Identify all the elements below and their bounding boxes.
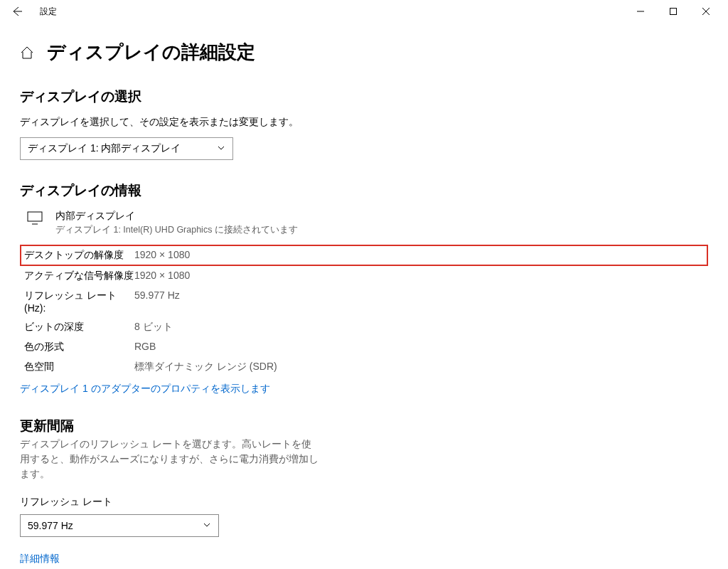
refresh-heading: 更新間隔 [20, 417, 708, 435]
minimize-icon [637, 8, 644, 15]
chevron-down-icon [203, 520, 211, 531]
desktop-resolution-value: 1920 × 1080 [134, 249, 190, 262]
color-space-row: 色空間 標準ダイナミック レンジ (SDR) [20, 357, 708, 377]
refresh-section: 更新間隔 ディスプレイのリフレッシュ レートを選びます。高いレートを使用すると、… [20, 417, 708, 565]
bit-depth-row: ビットの深度 8 ビット [20, 317, 708, 337]
refresh-rate-field-label: リフレッシュ レート [20, 496, 708, 509]
color-space-value: 標準ダイナミック レンジ (SDR) [134, 361, 277, 373]
close-icon [702, 8, 710, 15]
color-format-row: 色の形式 RGB [20, 337, 708, 357]
bit-depth-label: ビットの深度 [24, 321, 134, 334]
page-title: ディスプレイの詳細設定 [47, 40, 255, 65]
titlebar: 設定 [0, 0, 728, 23]
maximize-button[interactable] [657, 0, 690, 23]
select-display-section: ディスプレイの選択 ディスプレイを選択して、その設定を表示または変更します。 デ… [20, 87, 708, 160]
monitor-icon [27, 211, 43, 228]
active-resolution-row: アクティブな信号解像度 1920 × 1080 [20, 266, 708, 286]
refresh-rate-row: リフレッシュ レート (Hz): 59.977 Hz [20, 286, 708, 317]
refresh-rate-dropdown[interactable]: 59.977 Hz [20, 514, 219, 537]
svg-rect-1 [28, 212, 42, 221]
refresh-rate-label: リフレッシュ レート (Hz): [24, 289, 134, 314]
close-button[interactable] [690, 0, 722, 23]
chevron-down-icon [217, 143, 225, 154]
display-name: 内部ディスプレイ [55, 210, 298, 223]
display-select-value: ディスプレイ 1: 内部ディスプレイ [28, 142, 181, 155]
page-header: ディスプレイの詳細設定 [20, 40, 708, 65]
color-format-value: RGB [134, 341, 156, 353]
color-space-label: 色空間 [24, 361, 134, 373]
display-info-section: ディスプレイの情報 内部ディスプレイ ディスプレイ 1: Intel(R) UH… [20, 181, 708, 395]
active-resolution-value: 1920 × 1080 [134, 270, 190, 282]
desktop-resolution-row: デスクトップの解像度 1920 × 1080 [20, 245, 708, 266]
active-resolution-label: アクティブな信号解像度 [24, 270, 134, 282]
arrow-left-icon [11, 6, 23, 17]
back-button[interactable] [6, 0, 28, 23]
minimize-button[interactable] [624, 0, 657, 23]
maximize-icon [670, 8, 677, 15]
svg-rect-0 [670, 9, 677, 15]
refresh-rate-value: 59.977 Hz [134, 289, 180, 314]
display-info-table: デスクトップの解像度 1920 × 1080 アクティブな信号解像度 1920 … [20, 245, 708, 377]
display-adapter-info: ディスプレイ 1: Intel(R) UHD Graphics に接続されていま… [55, 224, 298, 236]
display-select-dropdown[interactable]: ディスプレイ 1: 内部ディスプレイ [20, 137, 233, 160]
desktop-resolution-label: デスクトップの解像度 [24, 249, 134, 262]
adapter-properties-link[interactable]: ディスプレイ 1 のアダプターのプロパティを表示します [20, 383, 270, 395]
refresh-rate-dropdown-value: 59.977 Hz [28, 520, 73, 531]
refresh-desc: ディスプレイのリフレッシュ レートを選びます。高いレートを使用すると、動作がスム… [20, 437, 318, 482]
select-display-desc: ディスプレイを選択して、その設定を表示または変更します。 [20, 116, 708, 129]
select-display-heading: ディスプレイの選択 [20, 87, 708, 106]
detail-info-link[interactable]: 詳細情報 [20, 553, 60, 565]
color-format-label: 色の形式 [24, 341, 134, 353]
home-icon[interactable] [20, 46, 34, 60]
bit-depth-value: 8 ビット [134, 321, 173, 334]
window-title: 設定 [40, 6, 57, 18]
display-info-heading: ディスプレイの情報 [20, 181, 708, 200]
